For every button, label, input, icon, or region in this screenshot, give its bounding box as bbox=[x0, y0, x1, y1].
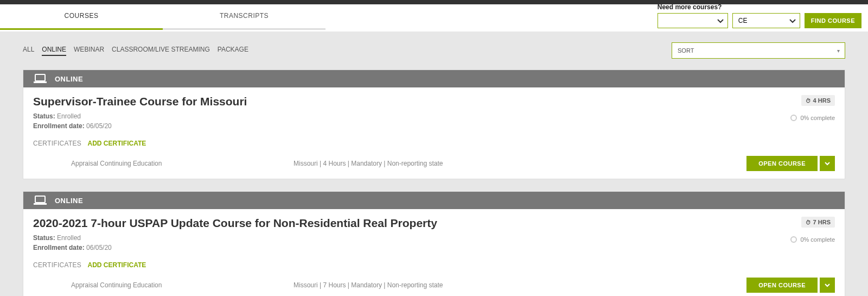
tab-transcripts[interactable]: TRANSCRIPTS bbox=[163, 4, 326, 30]
progress-text: 0% complete bbox=[800, 236, 835, 243]
svg-rect-3 bbox=[34, 203, 47, 205]
tab-bar: COURSES TRANSCRIPTS Need more courses? C… bbox=[0, 4, 868, 32]
svg-rect-0 bbox=[35, 74, 45, 81]
status-line: Status: Enrolled bbox=[33, 234, 835, 242]
card-header-label: ONLINE bbox=[55, 75, 83, 83]
hours-badge: 7 HRS bbox=[801, 217, 835, 228]
filter-online[interactable]: ONLINE bbox=[42, 46, 66, 56]
laptop-icon bbox=[33, 73, 47, 84]
certificates-label: CERTIFICATES bbox=[33, 140, 81, 147]
filter-webinar[interactable]: WEBINAR bbox=[74, 46, 104, 56]
course-card: ONLINE Supervisor-Trainee Course for Mis… bbox=[23, 70, 845, 179]
certificates-label: CERTIFICATES bbox=[33, 261, 81, 269]
certificates-row: CERTIFICATES ADD CERTIFICATE bbox=[33, 261, 835, 269]
finder-state-select[interactable] bbox=[658, 13, 728, 28]
card-header-label: ONLINE bbox=[55, 197, 83, 205]
svg-rect-1 bbox=[34, 81, 47, 83]
laptop-icon bbox=[33, 195, 47, 206]
add-certificate-link[interactable]: ADD CERTIFICATE bbox=[88, 261, 146, 269]
cert-type: Appraisal Continuing Education bbox=[33, 160, 293, 167]
filter-all[interactable]: ALL bbox=[23, 46, 34, 56]
progress-text: 0% complete bbox=[800, 115, 835, 121]
open-course-caret[interactable] bbox=[820, 278, 835, 293]
status-line: Status: Enrolled bbox=[33, 112, 835, 120]
enroll-line: Enrollment date: 06/05/20 bbox=[33, 122, 835, 130]
card-header: ONLINE bbox=[23, 70, 845, 87]
course-title: Supervisor-Trainee Course for Missouri bbox=[33, 95, 835, 108]
certificates-row: CERTIFICATES ADD CERTIFICATE bbox=[33, 140, 835, 147]
progress-circle-icon bbox=[790, 115, 797, 121]
card-header: ONLINE bbox=[23, 192, 845, 209]
hours-badge: 4 HRS bbox=[801, 95, 835, 106]
course-title: 2020-2021 7-hour USPAP Update Course for… bbox=[33, 217, 835, 230]
tab-courses[interactable]: COURSES bbox=[0, 4, 163, 30]
enroll-line: Enrollment date: 06/05/20 bbox=[33, 244, 835, 251]
filter-tabs: ALL ONLINE WEBINAR CLASSROOM/LIVE STREAM… bbox=[23, 46, 248, 56]
course-detail: Missouri | 7 Hours | Mandatory | Non-rep… bbox=[293, 281, 746, 289]
filter-package[interactable]: PACKAGE bbox=[218, 46, 248, 56]
open-course-button[interactable]: OPEN COURSE bbox=[746, 278, 818, 293]
sort-select[interactable] bbox=[672, 42, 845, 59]
progress-row: 0% complete bbox=[790, 236, 835, 243]
open-course-button[interactable]: OPEN COURSE bbox=[746, 156, 818, 171]
finder-label: Need more courses? bbox=[658, 3, 861, 11]
find-course-button[interactable]: FIND COURSE bbox=[805, 13, 861, 28]
course-detail: Missouri | 4 Hours | Mandatory | Non-rep… bbox=[293, 160, 746, 167]
course-card: ONLINE 2020-2021 7-hour USPAP Update Cou… bbox=[23, 191, 845, 296]
finder-type-select[interactable]: CE bbox=[732, 13, 800, 28]
progress-circle-icon bbox=[790, 236, 797, 243]
filter-classroom[interactable]: CLASSROOM/LIVE STREAMING bbox=[112, 46, 210, 56]
progress-row: 0% complete bbox=[790, 115, 835, 121]
course-finder: Need more courses? CE FIND COURSE bbox=[658, 3, 861, 28]
svg-rect-2 bbox=[35, 196, 45, 203]
cert-type: Appraisal Continuing Education bbox=[33, 281, 293, 289]
open-course-caret[interactable] bbox=[820, 156, 835, 171]
add-certificate-link[interactable]: ADD CERTIFICATE bbox=[88, 140, 146, 147]
